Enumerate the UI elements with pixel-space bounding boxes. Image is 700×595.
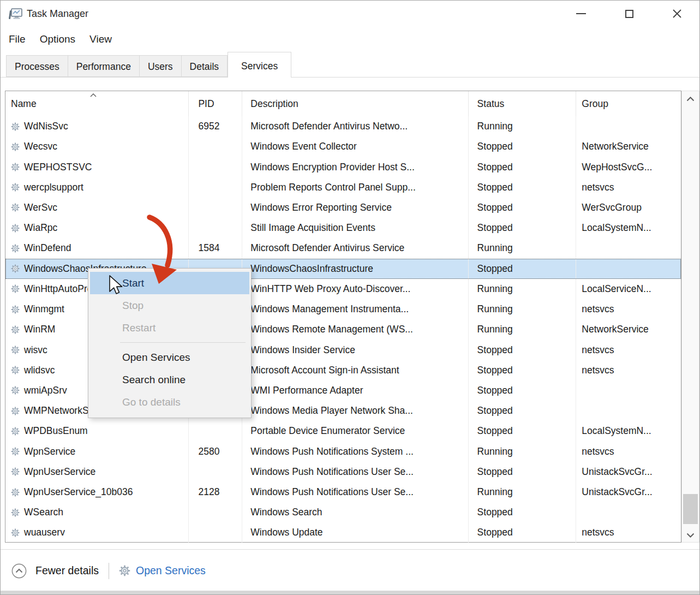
fewer-details-toggle[interactable]: Fewer details	[35, 564, 99, 577]
service-gear-icon	[11, 427, 20, 436]
context-menu: Start Stop Restart Open Services Search …	[88, 268, 252, 418]
close-icon	[672, 8, 683, 19]
table-row[interactable]: WpnUserService Windows Push Notification…	[5, 462, 681, 482]
menu-item-go-to-details: Go to details	[88, 391, 251, 413]
vertical-scrollbar[interactable]	[681, 91, 699, 543]
service-gear-icon	[11, 264, 20, 273]
task-manager-window: Task Manager File Options View Processes…	[0, 0, 700, 595]
footer-bar: Fewer details Open Services	[1, 550, 699, 592]
table-row[interactable]: WinDefend 1584 Microsoft Defender Antivi…	[5, 238, 681, 258]
column-header-description[interactable]: Description	[242, 91, 468, 116]
table-row[interactable]: WiaRpc Still Image Acquisition Events St…	[5, 218, 681, 238]
maximize-icon	[625, 10, 633, 18]
minimize-button[interactable]	[570, 4, 592, 23]
table-row[interactable]: wuauserv Windows Update Stopped netsvcs	[5, 522, 681, 543]
title-bar: Task Manager	[1, 1, 699, 27]
table-row[interactable]: WSearch Windows Search Stopped	[5, 502, 681, 522]
window-bottom-edge	[1, 591, 699, 594]
tab-strip: Processes Performance Users Details Serv…	[1, 52, 699, 78]
menu-item-search-online[interactable]: Search online	[88, 368, 251, 391]
fewer-details-chevron-icon[interactable]	[11, 563, 27, 579]
column-header-pid[interactable]: PID	[189, 91, 242, 116]
service-gear-icon	[11, 244, 20, 253]
service-gear-icon	[11, 183, 20, 192]
menu-separator	[120, 342, 246, 343]
tab-details[interactable]: Details	[182, 55, 228, 77]
menu-options[interactable]: Options	[33, 33, 82, 45]
service-gear-icon	[11, 528, 20, 537]
scroll-down-icon[interactable]	[686, 533, 695, 538]
close-button[interactable]	[666, 4, 688, 23]
service-gear-icon	[11, 447, 20, 456]
table-row[interactable]: Wecsvc Windows Event Collector Stopped N…	[5, 136, 681, 157]
table-row[interactable]: WpnUserService_10b036 2128 Windows Push …	[5, 482, 681, 502]
sort-ascending-icon	[90, 93, 97, 97]
menu-file[interactable]: File	[2, 33, 33, 45]
menu-item-start[interactable]: Start	[90, 272, 249, 294]
service-gear-icon	[11, 224, 20, 233]
service-gear-icon	[11, 203, 20, 212]
service-gear-icon	[11, 366, 20, 374]
service-gear-icon	[11, 467, 20, 476]
open-services-gear-icon[interactable]	[119, 565, 130, 576]
service-gear-icon	[11, 142, 20, 151]
service-gear-icon	[11, 488, 20, 497]
table-row[interactable]: WdNisSvc 6952 Microsoft Defender Antivir…	[5, 116, 681, 136]
scroll-up-icon[interactable]	[686, 97, 695, 102]
service-gear-icon	[11, 122, 20, 131]
menu-item-stop: Stop	[88, 294, 251, 317]
table-row[interactable]: wercplsupport Problem Reports Control Pa…	[5, 177, 681, 198]
service-gear-icon	[11, 325, 20, 334]
column-header-status[interactable]: Status	[469, 91, 577, 116]
menu-item-restart: Restart	[88, 317, 251, 339]
tab-services[interactable]: Services	[228, 52, 291, 78]
menu-item-open-services[interactable]: Open Services	[88, 346, 251, 368]
menu-view[interactable]: View	[82, 33, 119, 45]
service-gear-icon	[11, 386, 20, 395]
table-row[interactable]: WEPHOSTSVC Windows Encryption Provider H…	[5, 157, 681, 177]
minimize-icon	[576, 13, 586, 14]
table-row[interactable]: WPDBusEnum Portable Device Enumerator Se…	[5, 421, 681, 441]
footer-separator	[109, 563, 109, 579]
service-gear-icon	[11, 284, 20, 293]
table-header: Name PID Description Status Group	[5, 91, 681, 116]
service-gear-icon	[11, 508, 20, 517]
open-services-link[interactable]: Open Services	[136, 564, 206, 577]
window-title: Task Manager	[27, 1, 88, 27]
service-gear-icon	[11, 407, 20, 415]
maximize-button[interactable]	[618, 4, 640, 23]
tab-users[interactable]: Users	[140, 55, 182, 77]
tab-performance[interactable]: Performance	[68, 55, 140, 77]
tab-processes[interactable]: Processes	[6, 55, 68, 77]
service-gear-icon	[11, 346, 20, 354]
column-header-group[interactable]: Group	[576, 91, 681, 116]
column-header-name[interactable]: Name	[5, 91, 189, 116]
scrollbar-thumb[interactable]	[683, 494, 698, 524]
service-gear-icon	[11, 305, 20, 314]
table-row[interactable]: WerSvc Windows Error Reporting Service S…	[5, 198, 681, 218]
task-manager-app-icon	[8, 7, 23, 22]
table-row[interactable]: WpnService 2580 Windows Push Notificatio…	[5, 442, 681, 462]
service-gear-icon	[11, 163, 20, 171]
menu-bar: File Options View	[2, 27, 119, 51]
